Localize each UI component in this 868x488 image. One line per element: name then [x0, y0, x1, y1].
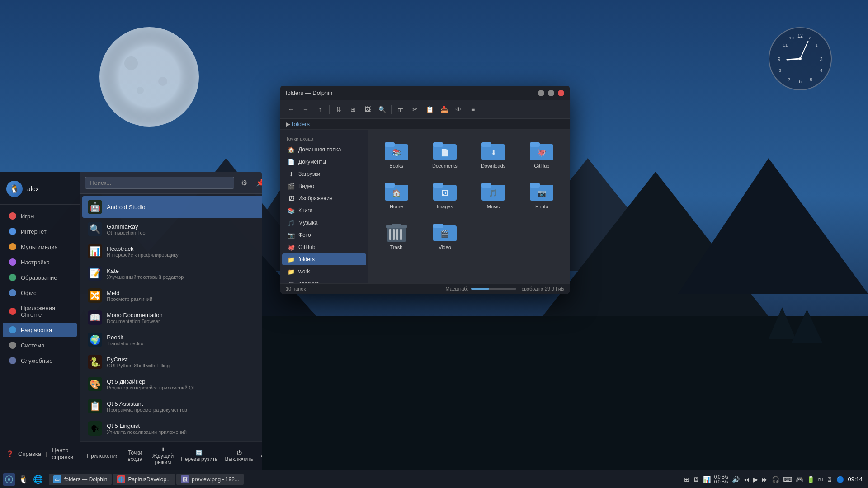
preview-button[interactable]: 👁 — [452, 103, 465, 116]
sidebar-item-downloads[interactable]: ⬇ Загрузки — [282, 168, 366, 180]
sys-icon-screen[interactable]: 🖥 — [693, 476, 699, 483]
sidebar-item-books[interactable]: 📚 Книги — [282, 205, 366, 216]
maximize-button[interactable]: □ — [548, 90, 554, 96]
file-item-video[interactable]: 🎬 Video — [422, 216, 467, 253]
file-item-trash[interactable]: Trash — [374, 216, 419, 253]
taskbar-app-browser[interactable]: 🌐 PapirusDevelop... — [113, 474, 175, 485]
start-button[interactable] — [3, 473, 15, 486]
app-item-pycrust[interactable]: 🐍 PyCrust GUI Python Shell with Filling — [82, 351, 262, 373]
app-item-android-studio[interactable]: 🤖 Android Studio — [82, 196, 262, 218]
sidebar-item-github[interactable]: 🐙 GitHub — [282, 241, 366, 253]
file-name-photo: Photo — [535, 204, 548, 209]
paste-button[interactable]: 📥 — [438, 103, 450, 116]
app-item-qt5-linguist[interactable]: 🗣 Qt 5 Linguist Утилита локализации прил… — [82, 418, 262, 439]
sys-icon-headset[interactable]: 🎧 — [772, 476, 779, 483]
file-item-music[interactable]: 🎵 Music — [471, 176, 516, 213]
sys-icon-monitor[interactable]: 📊 — [703, 476, 711, 483]
search-pin-button[interactable]: 📌 — [254, 176, 262, 189]
apps-tab-button[interactable]: Приложения — [83, 451, 122, 461]
cut-button[interactable]: ✂ — [409, 103, 421, 116]
sys-lang[interactable]: ru — [818, 476, 823, 483]
back-button[interactable]: ← — [285, 103, 297, 116]
browser-taskbar-icon: 🌐 — [117, 475, 125, 483]
restart-button[interactable]: 🔄 Перезагрузить — [178, 448, 220, 464]
sidebar-item-photo[interactable]: 📷 Фото — [282, 229, 366, 241]
sys-icon-windows[interactable]: ⊞ — [684, 476, 689, 483]
search-input[interactable] — [85, 177, 234, 189]
help-icon: ❓ — [6, 450, 14, 457]
bottom-btn-help[interactable]: ❓ Справка | Центр справки — [0, 444, 80, 464]
app-item-qt5-designer[interactable]: 🎨 Qt 5 дизайнер Редактор интерфейса прил… — [82, 373, 262, 395]
delete-button[interactable]: 🗑 — [394, 103, 407, 116]
sidebar-item-trash[interactable]: 🗑 Корзина — [282, 278, 366, 283]
close-button[interactable]: × — [558, 90, 564, 96]
sidebar-item-video[interactable]: 🎬 Видео — [282, 180, 366, 192]
category-office[interactable]: Офис — [3, 286, 77, 300]
search-settings-button[interactable]: ⚙ — [238, 176, 250, 189]
app-item-heaptrack[interactable]: 📊 Heaptrack Интерфейс к профилировщику — [82, 240, 262, 262]
sys-icon-bluetooth[interactable]: 🔵 — [836, 476, 844, 483]
category-settings[interactable]: Настройка — [3, 255, 77, 269]
app-item-gammaray[interactable]: 🔍 GammaRay Qt Inspection Tool — [82, 218, 262, 240]
sys-icon-screen2[interactable]: 🖥 — [826, 476, 833, 483]
minimize-button[interactable]: − — [538, 90, 544, 96]
file-item-books[interactable]: 📚 Books — [374, 135, 419, 172]
category-chrome[interactable]: Приложения Chrome — [3, 301, 77, 322]
category-icon-settings — [9, 258, 16, 266]
sys-icon-battery[interactable]: 🔋 — [807, 476, 815, 483]
bookmarks-tab-button[interactable]: Точки входа — [124, 448, 146, 464]
app-item-qt5-assistant[interactable]: 📋 Qt 5 Assistant Программа просмотра док… — [82, 395, 262, 417]
media-button[interactable]: 🖼 — [361, 103, 374, 116]
breadcrumb-folders[interactable]: folders — [292, 121, 310, 127]
sidebar-item-images[interactable]: 🖼 Изображения — [282, 192, 366, 204]
category-games[interactable]: Игры — [3, 209, 77, 223]
sidebar-item-work[interactable]: 📁 work — [282, 266, 366, 277]
file-item-downloads[interactable]: ⬇ Downloads — [471, 135, 516, 172]
menu-button[interactable]: ≡ — [467, 103, 479, 116]
zoom-slider[interactable] — [471, 288, 516, 290]
taskbar-app-preview[interactable]: 🖼 preview.png - 192... — [176, 474, 244, 485]
category-education[interactable]: Образование — [3, 270, 77, 285]
search-button[interactable]: 🔍 — [376, 103, 388, 116]
up-button[interactable]: ↑ — [314, 103, 326, 116]
sidebar-item-home[interactable]: 🏠 Домашняя папка — [282, 144, 366, 155]
gammaray-icon: 🔍 — [88, 222, 102, 236]
sys-icon-play[interactable]: ▶ — [753, 476, 758, 483]
shutdown-button[interactable]: ⏻ Выключить — [222, 448, 256, 464]
poedit-icon: 🌍 — [88, 333, 102, 347]
grid-view-button[interactable]: ⊞ — [347, 103, 359, 116]
app-item-meld[interactable]: 🔀 Meld Просмотр различий — [82, 285, 262, 306]
shortcut-icon-1[interactable]: 🐧 — [17, 473, 30, 486]
forward-button[interactable]: → — [299, 103, 312, 116]
toolbar-separator-2 — [391, 105, 392, 114]
file-item-home[interactable]: 🏠 Home — [374, 176, 419, 213]
sort-button[interactable]: ⇅ — [332, 103, 345, 116]
category-dev[interactable]: Разработка — [3, 323, 77, 337]
taskbar-app-dolphin[interactable]: 🗂 folders — Dolphin — [49, 474, 112, 485]
sidebar-item-folders[interactable]: 📁 folders — [282, 253, 366, 265]
file-item-github[interactable]: 🐙 GitHub — [519, 135, 564, 172]
sidebar-item-music[interactable]: 🎵 Музыка — [282, 217, 366, 229]
app-item-mono-doc[interactable]: 📖 Mono Documentation Documentation Brows… — [82, 307, 262, 328]
shortcut-icon-2[interactable]: 🌐 — [32, 473, 44, 486]
category-system[interactable]: Система — [3, 338, 77, 352]
category-utils[interactable]: Служебные — [3, 353, 77, 368]
copy-button[interactable]: 📋 — [423, 103, 436, 116]
file-item-documents[interactable]: 📄 Documents — [422, 135, 467, 172]
sys-icon-terminal[interactable]: ⌨ — [783, 476, 792, 483]
folder-images-icon: 🖼 — [431, 179, 458, 202]
file-item-photo[interactable]: 📷 Photo — [519, 176, 564, 213]
app-item-poedit[interactable]: 🌍 Poedit Translation editor — [82, 329, 262, 351]
sys-icon-gamepad[interactable]: 🎮 — [796, 476, 803, 483]
sys-icon-prev[interactable]: ⏮ — [743, 476, 750, 483]
file-item-images[interactable]: 🖼 Images — [422, 176, 467, 213]
sys-icon-next[interactable]: ⏭ — [762, 476, 768, 483]
app-item-kate[interactable]: 📝 Kate Улучшенный текстовый редактор — [82, 263, 262, 284]
mono-doc-icon: 📖 — [88, 310, 102, 325]
category-multimedia[interactable]: Мультимедиа — [3, 239, 77, 254]
sys-icon-audio[interactable]: 🔊 — [732, 476, 740, 483]
sidebar-item-documents[interactable]: 📄 Документы — [282, 156, 366, 168]
refresh-button[interactable]: ↺ — [258, 450, 262, 461]
category-internet[interactable]: Интернет — [3, 224, 77, 239]
sleep-button[interactable]: ⏸ СистемаЖдущий режим — [150, 445, 176, 467]
